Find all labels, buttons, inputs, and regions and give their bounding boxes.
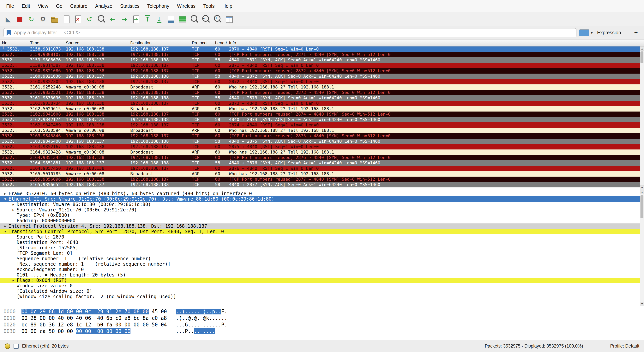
detail-line[interactable]: Destination Port: 4840: [0, 240, 644, 245]
detail-line[interactable]: [Stream index: 152505]: [0, 245, 644, 250]
detail-line[interactable]: ▼Transmission Control Protocol, Src Port…: [0, 229, 644, 234]
zoom-out-icon[interactable]: -: [200, 14, 211, 24]
column-header-source[interactable]: Source: [64, 40, 128, 46]
detail-line[interactable]: 0101 .... = Header Length: 20 bytes (5): [0, 272, 644, 278]
column-header-info[interactable]: Info: [227, 40, 644, 46]
detail-line[interactable]: [Calculated window size: 0]: [0, 288, 644, 294]
display-filter-field[interactable]: [4, 28, 576, 37]
packet-row[interactable]: 3532..3164.9323428..Vmware_c0:00:08Broad…: [0, 150, 644, 155]
packet-row[interactable]: 3532..3164.9851881..192.168.188.137192.1…: [0, 160, 644, 166]
scroll-down-button[interactable]: ▼: [640, 186, 644, 190]
packet-row[interactable]: 3532..3163.9852167..192.168.188.138192.1…: [0, 144, 644, 150]
packet-row[interactable]: 3532..3160.9821086..192.168.188.138192.1…: [0, 68, 644, 74]
go-forward-icon[interactable]: →: [119, 14, 130, 24]
detail-line[interactable]: Window size value: 0: [0, 283, 644, 288]
column-header-destination[interactable]: Destination: [128, 40, 190, 46]
open-file-icon[interactable]: [49, 14, 60, 24]
detail-line[interactable]: [Next sequence number: 1 (relative seque…: [0, 262, 644, 267]
expert-info-icon[interactable]: [5, 344, 10, 349]
menu-statistics[interactable]: Statistics: [116, 0, 143, 12]
filter-bookmark-icon[interactable]: [6, 30, 11, 36]
detail-line[interactable]: ▶Source: Vmware_91:2e:70 (00:0c:29:91:2e…: [0, 207, 644, 212]
packet-row[interactable]: 3532..3159.9814387..192.168.188.138192.1…: [0, 63, 644, 68]
column-header-length[interactable]: Length: [213, 40, 227, 46]
menu-help[interactable]: Help: [218, 0, 236, 12]
detail-line[interactable]: [TCP Segment Len: 0]: [0, 250, 644, 256]
twisty-icon[interactable]: ▶: [10, 202, 17, 207]
packet-row[interactable]: 3532..3164.9851342..192.168.188.138192.1…: [0, 155, 644, 160]
packet-row[interactable]: 3532..3162.9841608..192.168.188.138192.1…: [0, 112, 644, 117]
detail-line[interactable]: Sequence number: 1 (relative sequence nu…: [0, 256, 644, 262]
column-header-time[interactable]: Time: [28, 40, 64, 46]
packet-row[interactable]: 3532..3164.9857450..192.168.188.138192.1…: [0, 166, 644, 171]
packet-list-scrollbar[interactable]: ▲ ▼: [640, 46, 644, 190]
packet-row[interactable]: 3532..3163.9845846..192.168.188.138192.1…: [0, 133, 644, 139]
hex-row[interactable]: 003000 00 ca 50 00 00 00 00 00 00 00 00 …: [4, 328, 644, 334]
menu-file[interactable]: File: [2, 0, 18, 12]
packet-row[interactable]: 3532..3160.9827302..192.168.188.138192.1…: [0, 79, 644, 84]
details-scrollbar[interactable]: ▲ ▼: [640, 190, 644, 306]
start-capture-icon[interactable]: ◣: [3, 14, 14, 24]
menu-view[interactable]: View: [34, 0, 52, 12]
menu-edit[interactable]: Edit: [18, 0, 34, 12]
detail-line[interactable]: Type: IPv4 (0x0800): [0, 212, 644, 218]
scroll-up-button[interactable]: ▲: [640, 190, 644, 194]
first-packet-icon[interactable]: ↑: [142, 14, 153, 24]
packet-row[interactable]: └ 3532..3158.9811073..192.168.188.138192…: [0, 46, 644, 52]
expression-button[interactable]: Expression…: [596, 30, 628, 36]
column-header-no[interactable]: No.: [0, 40, 28, 46]
packet-row[interactable]: 3532..3165.5010785..Vmware_c0:00:08Broad…: [0, 171, 644, 176]
restart-capture-icon[interactable]: ↻: [26, 14, 37, 24]
column-header-protocol[interactable]: Protocol: [190, 40, 213, 46]
packet-row[interactable]: 3532..3161.9833096..192.168.188.137192.1…: [0, 95, 644, 101]
packet-row[interactable]: 3532..3163.9846400..192.168.188.137192.1…: [0, 139, 644, 144]
scroll-up-button[interactable]: ▲: [640, 46, 644, 51]
save-file-icon[interactable]: [61, 14, 72, 24]
detail-line[interactable]: Source Port: 2870: [0, 234, 644, 240]
hex-row[interactable]: 0020bc 89 0b 36 12 e8 1c 12 b0 fa 00 00 …: [4, 322, 644, 328]
find-packet-icon[interactable]: [96, 14, 106, 24]
packet-row[interactable]: 3532..3161.9252248..Vmware_c0:00:08Broad…: [0, 84, 644, 90]
packet-row[interactable]: 3532..3159.9808107..192.168.188.138192.1…: [0, 52, 644, 57]
packet-row[interactable]: 3532..3162.5029615..Vmware_c0:00:08Broad…: [0, 106, 644, 112]
packet-row[interactable]: 3532..3160.9821636..192.168.188.137192.1…: [0, 74, 644, 79]
scrollbar-thumb[interactable]: [640, 52, 644, 63]
stop-capture-icon[interactable]: ■: [14, 14, 25, 24]
detail-line[interactable]: ▶Internet Protocol Version 4, Src: 192.1…: [0, 224, 644, 229]
capture-comment-icon[interactable]: [14, 344, 18, 349]
packet-row[interactable]: 3532..3162.9847489..192.168.188.138192.1…: [0, 122, 644, 128]
menu-wireless[interactable]: Wireless: [173, 0, 199, 12]
go-back-icon[interactable]: ←: [107, 14, 118, 24]
auto-scroll-icon[interactable]: [165, 14, 176, 24]
zoom-original-icon[interactable]: 1: [212, 14, 222, 24]
twisty-icon[interactable]: ▶: [2, 191, 8, 196]
detail-line[interactable]: ▶Frame 3532810: 60 bytes on wire (480 bi…: [0, 191, 644, 196]
packet-row[interactable]: 3532..3161.9832521..192.168.188.138192.1…: [0, 90, 644, 95]
capture-options-icon[interactable]: ⚙: [38, 14, 48, 24]
packet-row[interactable]: 3532..3162.9842174..192.168.188.137192.1…: [0, 117, 644, 122]
close-file-icon[interactable]: ×: [72, 14, 83, 24]
packet-row[interactable]: 3532..3165.9856652..192.168.188.137192.1…: [0, 182, 644, 188]
menu-telephony[interactable]: Telephony: [143, 0, 173, 12]
twisty-icon[interactable]: ▼: [2, 196, 8, 202]
detail-line[interactable]: ▶Destination: Vmware_86:1d:80 (00:0c:29:…: [0, 202, 644, 207]
detail-line[interactable]: Padding: 000000000000: [0, 218, 644, 224]
packet-row[interactable]: 3532..3161.9838734..192.168.188.138192.1…: [0, 101, 644, 106]
twisty-icon[interactable]: ▼: [2, 229, 8, 234]
reload-file-icon[interactable]: ↺: [84, 14, 95, 24]
detail-line[interactable]: ▼Ethernet II, Src: Vmware_91:2e:70 (00:0…: [0, 196, 644, 202]
status-profile[interactable]: Profile: Default: [610, 344, 639, 349]
packet-row[interactable]: 3532..3165.9856096..192.168.188.138192.1…: [0, 176, 644, 182]
go-to-packet-icon[interactable]: →: [130, 14, 141, 24]
twisty-icon[interactable]: ▶: [2, 224, 8, 229]
scrollbar-thumb[interactable]: [640, 195, 644, 218]
menu-go[interactable]: Go: [52, 0, 66, 12]
twisty-icon[interactable]: ▶: [10, 207, 17, 212]
menu-analyze[interactable]: Analyze: [91, 0, 116, 12]
packet-row[interactable]: 3532..3163.5030594..Vmware_c0:00:08Broad…: [0, 128, 644, 133]
detail-line[interactable]: ▶Flags: 0x004 (RST): [0, 278, 644, 283]
menu-tools[interactable]: Tools: [199, 0, 218, 12]
packet-row[interactable]: 3532..3159.9808676..192.168.188.137192.1…: [0, 57, 644, 63]
colorize-icon[interactable]: [177, 14, 188, 24]
last-packet-icon[interactable]: ↓: [154, 14, 164, 24]
